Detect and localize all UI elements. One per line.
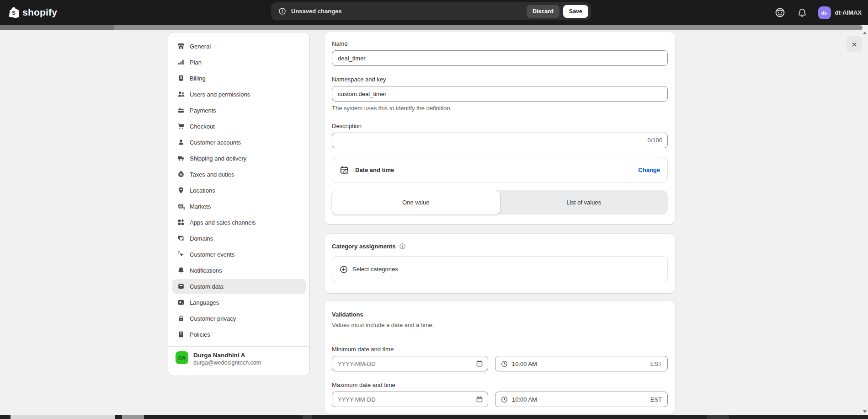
min-time-field[interactable]: 10:00 AM EST [495, 356, 668, 371]
save-button[interactable]: Save [563, 5, 588, 18]
sidebar-item-general[interactable]: General [172, 39, 306, 54]
sidebar-item-label: Plan [190, 59, 202, 66]
svg-text:A: A [179, 301, 181, 304]
category-assignments-card: Category assignments Select categories [325, 234, 675, 293]
change-type-link[interactable]: Change [638, 167, 660, 173]
sidebar-item-payments[interactable]: Payments [172, 103, 306, 118]
sidebar-item-custom-data[interactable]: Custom data [172, 279, 306, 294]
select-categories-button[interactable]: Select categories [332, 256, 668, 282]
shopify-settings-page: S shopify Unsaved changes Discard Save d… [0, 0, 868, 419]
sidebar-item-billing[interactable]: $Billing [172, 71, 306, 86]
taskbar-segment [707, 415, 729, 419]
sidebar-item-label: Notifications [190, 267, 222, 274]
definition-card: Name Namespace and key The system uses t… [325, 32, 675, 224]
validations-subtitle: Values must include a date and a time. [332, 322, 668, 328]
namespace-label: Namespace and key [332, 76, 668, 83]
sidebar-item-markets[interactable]: $Markets [172, 199, 306, 214]
sidebar-item-label: Checkout [190, 123, 215, 130]
taskbar-segment [122, 415, 144, 419]
notifications-bell-icon[interactable] [798, 8, 807, 17]
max-time-field[interactable]: 10:00 AM EST [495, 392, 668, 407]
settings-sidebar: GeneralPlan$BillingUsers and permissions… [168, 32, 310, 376]
horizontal-scrollbar-thumb[interactable] [0, 25, 114, 30]
sidebar-item-languages[interactable]: AzLanguages [172, 295, 306, 310]
sidebar-item-customer-privacy[interactable]: Customer privacy [172, 311, 306, 326]
sidebar-item-checkout[interactable]: Checkout [172, 119, 306, 134]
category-assignments-title: Category assignments [332, 243, 395, 250]
one-value-option[interactable]: One value [332, 190, 500, 215]
sidebar-item-taxes-and-duties[interactable]: %Taxes and duties [172, 167, 306, 182]
save-bar-actions: Discard Save [527, 5, 588, 18]
close-button[interactable]: × [847, 36, 862, 52]
sidebar-item-customer-accounts[interactable]: Customer accounts [172, 135, 306, 150]
calendar-icon[interactable] [476, 396, 483, 403]
content-type-label: Date and time [355, 167, 394, 173]
shopify-logo[interactable]: S shopify [7, 6, 57, 19]
content-type-row: Date and time Change [332, 157, 668, 183]
calendar-icon[interactable] [476, 360, 483, 367]
sidebar-item-notifications[interactable]: Notifications [172, 263, 306, 278]
sidebar-item-customer-events[interactable]: Customer events [172, 247, 306, 262]
list-of-values-option[interactable]: List of values [500, 190, 668, 215]
min-time-value: 10:00 AM [512, 360, 537, 367]
cardinality-toggle: One value List of values [332, 190, 668, 215]
store-name[interactable]: dt-AIMAX [835, 9, 862, 16]
sidebar-item-label: Domains [190, 235, 213, 242]
user-email: durga@wedesigntech.com [193, 359, 261, 367]
max-date-field [332, 392, 488, 407]
sidebar-item-plan[interactable]: Plan [172, 55, 306, 70]
max-date-input[interactable] [332, 392, 488, 407]
validations-title: Validations [332, 311, 668, 318]
alert-circle-icon [278, 7, 286, 15]
description-input[interactable] [332, 133, 668, 148]
sidekick-icon[interactable] [775, 7, 785, 18]
cursor-icon [177, 251, 185, 258]
payments-icon [177, 107, 185, 114]
discard-button[interactable]: Discard [527, 5, 559, 18]
sidebar-item-users-and-permissions[interactable]: Users and permissions [172, 87, 306, 102]
scroll-down-arrow[interactable] [863, 410, 867, 413]
database-icon [177, 283, 185, 290]
taskbar-segment [11, 415, 115, 419]
sidebar-item-label: General [190, 43, 211, 50]
info-icon[interactable] [399, 243, 406, 250]
taskbar-segment [303, 415, 312, 419]
description-label: Description [332, 123, 668, 129]
validations-card: Validations Values must include a date a… [325, 301, 675, 414]
min-date-label: Minimum date and time [332, 346, 668, 353]
name-input[interactable] [332, 50, 668, 66]
max-time-value: 10:00 AM [512, 396, 537, 403]
namespace-key-input[interactable] [332, 86, 668, 102]
taskbar-strip [0, 415, 868, 419]
clock-icon [501, 396, 508, 403]
name-label: Name [332, 40, 668, 47]
svg-text:z: z [182, 302, 183, 305]
svg-text:$: $ [183, 207, 185, 210]
sidebar-item-domains[interactable]: Domains [172, 231, 306, 246]
clock-icon [501, 360, 508, 367]
top-bar: S shopify Unsaved changes Discard Save d… [0, 0, 868, 25]
sidebar-item-locations[interactable]: Locations [172, 183, 306, 198]
svg-text:%: % [180, 173, 183, 176]
sidebar-item-label: Customer events [190, 251, 234, 258]
sidebar-item-apps-and-sales-channels[interactable]: Apps and sales channels [172, 215, 306, 230]
scroll-up-arrow[interactable] [863, 32, 867, 34]
sidebar-item-shipping-and-delivery[interactable]: Shipping and delivery [172, 151, 306, 166]
plan-icon [177, 59, 185, 66]
min-date-input[interactable] [332, 356, 488, 371]
translate-icon: Az [177, 299, 185, 306]
description-counter: 0/100 [647, 137, 662, 144]
select-categories-label: Select categories [352, 266, 398, 273]
sidebar-item-label: Customer accounts [190, 139, 241, 146]
plus-circle-icon [340, 265, 348, 274]
min-date-field [332, 356, 488, 371]
shopify-wordmark: shopify [22, 7, 57, 18]
horizontal-scrollbar[interactable] [0, 25, 863, 30]
apps-icon [177, 219, 185, 226]
store-avatar[interactable]: dt- [818, 6, 831, 19]
user-account[interactable]: DA Durga Nandhini A durga@wedesigntech.c… [168, 346, 309, 376]
sidebar-item-policies[interactable]: Policies [172, 327, 306, 342]
lock-icon [177, 315, 185, 322]
sidebar-item-label: Policies [190, 331, 210, 338]
globe-icon: $ [177, 203, 185, 210]
